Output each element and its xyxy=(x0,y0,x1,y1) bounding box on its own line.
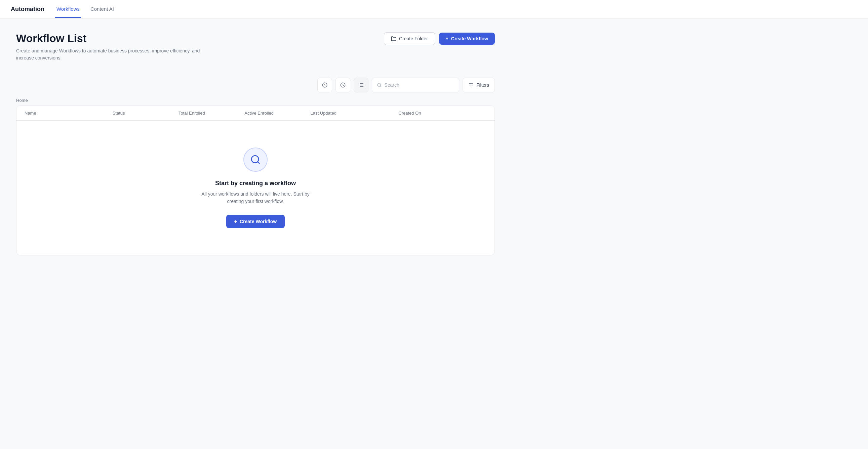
tab-workflows[interactable]: Workflows xyxy=(55,1,81,18)
top-navigation: Automation Workflows Content AI xyxy=(0,0,868,19)
page-header: Workflow List Create and manage Workflow… xyxy=(16,32,495,62)
svg-line-14 xyxy=(257,162,259,164)
breadcrumb: Home xyxy=(16,98,495,103)
toolbar: Filters xyxy=(16,77,495,92)
search-icon xyxy=(377,82,381,88)
filters-button[interactable]: Filters xyxy=(463,77,495,92)
svg-point-8 xyxy=(377,83,381,87)
plus-icon: + xyxy=(446,36,448,41)
search-box[interactable] xyxy=(372,77,459,92)
create-workflow-empty-button[interactable]: + Create Workflow xyxy=(226,215,285,228)
plus-icon-empty: + xyxy=(234,219,237,224)
col-created-on: Created On xyxy=(398,110,487,116)
col-status: Status xyxy=(113,110,179,116)
table-header: Name Status Total Enrolled Active Enroll… xyxy=(17,106,495,121)
empty-search-icon xyxy=(250,154,261,165)
bookmark-icon xyxy=(322,82,328,88)
page-description: Create and manage Workflows to automate … xyxy=(16,47,205,62)
empty-state-title: Start by creating a workflow xyxy=(215,180,296,187)
create-workflow-header-button[interactable]: + Create Workflow xyxy=(439,33,495,45)
empty-state-description: All your workflows and folders will live… xyxy=(195,190,316,205)
svg-line-9 xyxy=(380,86,381,87)
workflow-table: Name Status Total Enrolled Active Enroll… xyxy=(16,105,495,255)
tab-content-ai[interactable]: Content AI xyxy=(89,1,115,18)
create-folder-button[interactable]: Create Folder xyxy=(384,32,435,45)
search-input[interactable] xyxy=(384,82,454,88)
folder-icon xyxy=(391,36,396,41)
col-last-updated: Last Updated xyxy=(311,110,399,116)
empty-state-icon-container xyxy=(243,148,268,172)
col-active-enrolled: Active Enrolled xyxy=(244,110,310,116)
page-title: Workflow List xyxy=(16,32,205,45)
clock-icon-button[interactable] xyxy=(336,77,350,92)
bookmark-icon-button[interactable] xyxy=(317,77,332,92)
main-content: Workflow List Create and manage Workflow… xyxy=(0,19,511,269)
empty-state: Start by creating a workflow All your wo… xyxy=(17,121,495,255)
clock-icon xyxy=(340,82,346,88)
col-name: Name xyxy=(25,110,113,116)
col-total-enrolled: Total Enrolled xyxy=(179,110,244,116)
svg-point-13 xyxy=(251,156,258,163)
nav-brand: Automation xyxy=(11,6,44,13)
page-header-left: Workflow List Create and manage Workflow… xyxy=(16,32,205,62)
list-icon-button[interactable] xyxy=(354,77,368,92)
header-actions: Create Folder + Create Workflow xyxy=(384,32,495,45)
filters-icon xyxy=(468,82,474,88)
list-icon xyxy=(358,82,364,88)
